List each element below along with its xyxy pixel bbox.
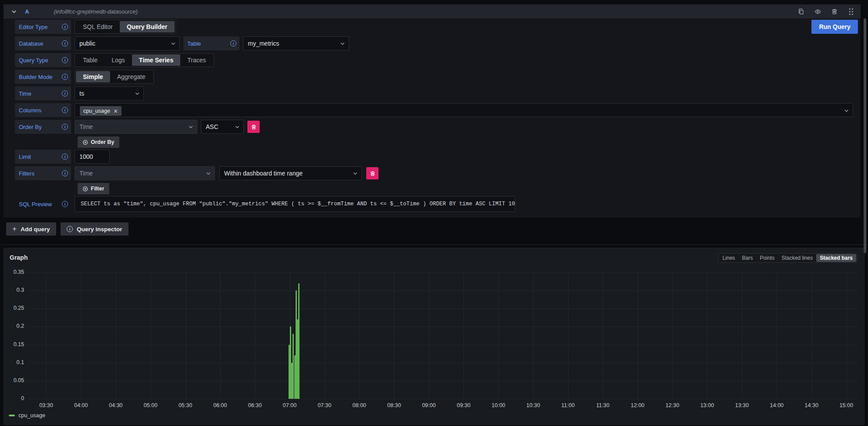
remove-order-by-button[interactable] [247, 121, 260, 133]
add-order-by-button[interactable]: Order By [78, 136, 119, 148]
run-query-button[interactable]: Run Query [811, 20, 858, 34]
editor-type-option-query-builder[interactable]: Query Builder [120, 21, 175, 32]
x-axis-tick: 13:30 [732, 402, 753, 408]
time-column-select[interactable]: ts [75, 86, 144, 100]
remove-column-icon[interactable]: ✕ [113, 108, 118, 114]
columns-row: Columns i cpu_usage ✕ [15, 103, 853, 117]
gridline-horizontal [28, 399, 858, 399]
filter-column-select[interactable]: Time [75, 166, 215, 180]
datasource-name: (info8fcc-greptimedb-datasource) [54, 8, 137, 15]
x-axis-tick: 03:30 [36, 402, 57, 408]
database-label: Database i [15, 36, 71, 50]
time-row: Time i ts [15, 86, 144, 100]
info-icon[interactable]: i [62, 107, 68, 113]
info-icon[interactable]: i [62, 40, 68, 47]
add-filter-button[interactable]: Filter [78, 183, 109, 194]
gridline-vertical [672, 272, 673, 399]
mode-bars[interactable]: Bars [739, 254, 757, 262]
x-axis-tick: 13:00 [697, 402, 718, 408]
x-axis-tick: 11:00 [557, 402, 579, 408]
info-icon[interactable]: i [62, 154, 68, 160]
query-type-row: Query Type i Table Logs Time Series Trac… [15, 53, 214, 67]
panel-edit-page: A (info8fcc-greptimedb-datasource) Edito… [0, 0, 868, 426]
info-icon[interactable]: i [62, 124, 68, 130]
gridline-vertical [186, 272, 186, 399]
database-select[interactable]: public [75, 36, 180, 50]
legend-item[interactable]: cpu_usage [9, 412, 45, 419]
x-axis-tick: 08:30 [383, 402, 404, 408]
mode-stacked-lines[interactable]: Stacked lines [778, 254, 816, 262]
y-axis-tick: 0.25 [5, 305, 24, 311]
y-axis-tick: 0.15 [5, 341, 24, 347]
query-type-option-time-series[interactable]: Time Series [132, 54, 180, 66]
mode-points[interactable]: Points [757, 254, 778, 262]
columns-label: Columns i [15, 103, 71, 117]
chevron-down-icon [171, 41, 176, 46]
x-axis-tick: 10:30 [523, 402, 544, 408]
x-axis-tick: 12:30 [662, 402, 683, 408]
legend-marker [9, 415, 15, 416]
toggle-visibility-icon[interactable] [814, 8, 821, 15]
chevron-down-icon[interactable] [11, 8, 17, 14]
order-by-row: Order By i Time ASC [15, 120, 260, 134]
info-icon[interactable]: i [62, 74, 68, 80]
mode-stacked-bars[interactable]: Stacked bars [816, 254, 856, 262]
builder-mode-option-simple[interactable]: Simple [76, 71, 110, 82]
drag-handle-icon[interactable] [847, 8, 854, 15]
limit-input[interactable]: 1000 [75, 150, 110, 164]
columns-multiselect[interactable]: cpu_usage ✕ [75, 103, 853, 117]
x-axis-tick: 04:00 [71, 402, 92, 408]
delete-query-icon[interactable] [831, 8, 838, 15]
mode-lines[interactable]: Lines [719, 254, 739, 262]
chevron-down-icon [135, 91, 140, 96]
query-type-option-logs[interactable]: Logs [104, 54, 132, 66]
info-icon[interactable]: i [62, 24, 68, 30]
query-ref-id: A [25, 8, 29, 15]
x-axis-tick: 06:00 [210, 402, 231, 408]
query-inspector-button[interactable]: i Query inspector [61, 222, 129, 236]
info-icon[interactable]: i [62, 57, 68, 63]
remove-filter-button[interactable] [366, 167, 379, 179]
gridline-vertical [46, 272, 46, 399]
chart-bar [298, 283, 300, 399]
filter-range-select[interactable]: Within dashboard time range [219, 166, 362, 180]
gridline-vertical [325, 272, 325, 399]
info-icon[interactable]: i [62, 170, 68, 176]
gridline-vertical [777, 272, 777, 399]
info-icon[interactable]: i [62, 201, 68, 207]
chevron-down-icon [353, 171, 358, 176]
info-icon[interactable]: i [230, 40, 236, 47]
scrollbar-thumb[interactable] [864, 18, 866, 253]
duplicate-query-icon[interactable] [797, 8, 804, 15]
sql-preview-label: SQL Preview i [15, 196, 71, 212]
section-divider [0, 244, 868, 245]
order-by-label: Order By i [15, 120, 71, 134]
x-axis-tick: 12:00 [627, 402, 648, 408]
order-by-column-select[interactable]: Time [75, 120, 197, 134]
gridline-vertical [394, 272, 394, 399]
add-query-button[interactable]: + Add query [6, 222, 56, 236]
filters-row: Filters i Time Within dashboard time ran… [15, 166, 379, 180]
query-type-option-table[interactable]: Table [76, 54, 104, 66]
plus-icon: + [12, 225, 17, 233]
editor-type-option-sql-editor[interactable]: SQL Editor [76, 21, 120, 32]
gridline-vertical [81, 272, 82, 399]
gridline-vertical [742, 272, 743, 399]
column-tag: cpu_usage ✕ [80, 106, 121, 116]
y-axis-tick: 0.2 [5, 323, 24, 329]
legend-label: cpu_usage [18, 412, 45, 419]
x-axis-tick: 09:30 [453, 402, 474, 408]
y-axis-tick: 0 [5, 395, 24, 401]
query-type-option-traces[interactable]: Traces [180, 54, 213, 66]
builder-mode-group: Simple Aggregate [75, 70, 154, 84]
gridline-horizontal [28, 363, 858, 363]
info-icon[interactable]: i [62, 90, 68, 97]
sql-preview-row: SQL Preview i SELECT ts as "time", cpu_u… [15, 196, 515, 212]
query-row-header[interactable]: A (info8fcc-greptimedb-datasource) [4, 4, 861, 18]
builder-mode-option-aggregate[interactable]: Aggregate [110, 71, 153, 82]
order-direction-select[interactable]: ASC [201, 120, 244, 134]
x-axis-tick: 04:30 [105, 402, 126, 408]
query-type-group: Table Logs Time Series Traces [75, 53, 214, 67]
table-select[interactable]: my_metrics [243, 36, 349, 50]
y-axis-tick: 0.05 [5, 377, 24, 383]
